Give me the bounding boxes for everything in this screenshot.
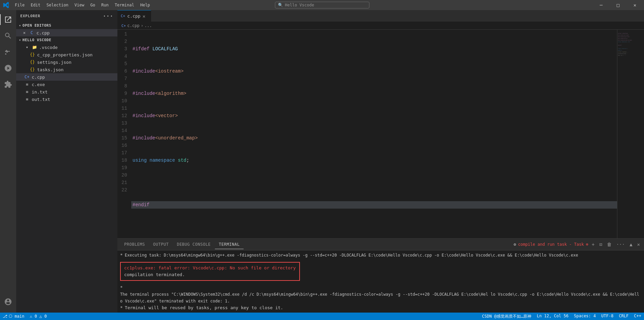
- breadcrumb-cpp-icon: C+: [121, 24, 126, 28]
- svg-text:#include<iostream>: #include<iostream>: [618, 34, 629, 36]
- menu-run[interactable]: Run: [99, 1, 111, 9]
- txt-icon-2: ≡: [24, 97, 30, 102]
- search-icon: [4, 32, 12, 40]
- txt-icon-1: ≡: [24, 89, 30, 95]
- activity-account[interactable]: [0, 294, 16, 310]
- menu-go[interactable]: Go: [88, 1, 98, 9]
- sidebar-item-cexe[interactable]: ≡ c.exe: [16, 81, 117, 88]
- tab-ccpp[interactable]: C+ c.cpp ✕: [117, 10, 151, 22]
- term-text-1: The terminal process "C:\WINDOWS\System3…: [120, 291, 641, 304]
- status-language[interactable]: C++: [631, 314, 644, 318]
- status-csdn[interactable]: CSDN @感觉画质不如…原神: [479, 314, 534, 319]
- tab-cpp-icon: C+: [121, 14, 125, 18]
- breadcrumb-more[interactable]: ...: [145, 23, 152, 28]
- activity-search[interactable]: [0, 28, 16, 44]
- hello-vscode-section: ▾ HELLO VSCODE ▾ 📁 .vscode {} c_cpp_prop…: [16, 36, 117, 103]
- panel-maximize-button[interactable]: ▲: [628, 241, 634, 248]
- status-encoding[interactable]: UTF-8: [598, 314, 616, 318]
- activity-extensions[interactable]: [0, 76, 16, 92]
- account-icon: [4, 298, 12, 306]
- git-branch-icon: ⎇: [3, 314, 7, 319]
- status-errors[interactable]: ⚠ 0 △ 0: [27, 313, 50, 320]
- status-spaces[interactable]: Spaces: 4: [571, 314, 598, 318]
- exec-bullet-icon: *: [120, 252, 123, 259]
- status-eol[interactable]: CRLF: [616, 314, 631, 318]
- sidebar-vscode-folder-name: .vscode: [39, 45, 58, 50]
- titlebar-center: 🔍 Hello Vscode: [275, 2, 369, 8]
- sidebar-item-ccpp[interactable]: C+ c.cpp: [16, 73, 117, 81]
- editor-body: 1 2 3 4 5 6 7 8 9 10 11 12 13 14 15 16 1: [117, 30, 644, 238]
- compile-task-icon: ⚙: [513, 242, 516, 247]
- close-icon[interactable]: ✕: [22, 30, 27, 35]
- status-line-col[interactable]: Ln 12, Col 56: [534, 314, 571, 318]
- status-bar: ⎇ ⎔ main ⚠ 0 △ 0 CSDN @感觉画质不如…原神 Ln 12, …: [0, 313, 644, 320]
- code-line-2: #include<iostream>: [131, 68, 617, 75]
- menu-selection[interactable]: Selection: [44, 1, 71, 9]
- code-line-6: using namespace std;: [131, 157, 617, 164]
- activity-explorer[interactable]: [0, 11, 16, 28]
- ccpp-filename: c.cpp: [32, 75, 45, 80]
- tab-output[interactable]: OUTPUT: [149, 240, 173, 249]
- panel-add-button[interactable]: +: [590, 241, 596, 248]
- maximize-button[interactable]: □: [610, 0, 626, 10]
- settings-filename: settings.json: [37, 60, 72, 65]
- code-editor[interactable]: 1 2 3 4 5 6 7 8 9 10 11 12 13 14 15 16 1: [117, 30, 617, 238]
- panel-more-button[interactable]: ···: [615, 241, 626, 248]
- panel-close-button[interactable]: ✕: [636, 241, 641, 248]
- terminal-term-line1: * The terminal process "C:\WINDOWS\Syste…: [120, 284, 641, 304]
- error-box: cc1plus.exe: fatal error: Vscode\c.cpp: …: [120, 262, 300, 281]
- error-text: cc1plus.exe: fatal error: Vscode\c.cpp: …: [124, 265, 296, 277]
- code-content[interactable]: #ifdef LOCALFLAG #include<iostream> #inc…: [131, 30, 617, 238]
- minimap: #ifdef LOCALFLAG #include<iostream> #inc…: [617, 30, 644, 238]
- tab-problems[interactable]: PROBLEMS: [120, 240, 149, 249]
- hello-vscode-header[interactable]: ▾ HELLO VSCODE: [16, 36, 117, 44]
- status-branch[interactable]: ⎇ ⎔ main: [0, 313, 27, 320]
- activity-source-control[interactable]: [0, 44, 16, 60]
- sidebar-item-tasks[interactable]: {} tasks.json: [16, 66, 117, 73]
- code-line-8: #endif: [131, 201, 617, 209]
- sidebar-item-outtxt[interactable]: ≡ out.txt: [16, 96, 117, 103]
- code-line-9: [131, 223, 617, 231]
- menu-terminal[interactable]: Terminal: [112, 1, 137, 9]
- open-editors-header[interactable]: ▾ OPEN EDITORS: [16, 22, 117, 29]
- panel-trash-button[interactable]: 🗑: [606, 241, 613, 248]
- svg-text:using namespace std;: using namespace std;: [618, 41, 630, 43]
- task-error-badge: ⊗: [586, 242, 588, 247]
- tab-bar: C+ c.cpp ✕: [117, 10, 644, 22]
- open-editor-ccpp[interactable]: ✕ C c.cpp: [16, 29, 117, 36]
- search-box[interactable]: 🔍 Hello Vscode: [275, 2, 369, 8]
- menu-view[interactable]: View: [72, 1, 87, 9]
- open-editor-filename: c.cpp: [36, 30, 50, 35]
- panel-split-button[interactable]: ⊡: [598, 241, 603, 248]
- status-bar-right: CSDN @感觉画质不如…原神 Ln 12, Col 56 Spaces: 4 …: [479, 314, 644, 319]
- activity-debug[interactable]: [0, 60, 16, 76]
- vscode-logo-icon: [3, 2, 9, 8]
- open-editors-chevron-icon: ▾: [19, 24, 21, 27]
- tab-debug-console[interactable]: DEBUG CONSOLE: [173, 240, 215, 249]
- code-line-7: [131, 179, 617, 186]
- task-name-label: compile and run task - Task: [518, 242, 584, 247]
- sidebar-more-icon[interactable]: ···: [103, 13, 113, 19]
- minimize-button[interactable]: ─: [593, 0, 609, 10]
- close-button[interactable]: ✕: [627, 0, 643, 10]
- titlebar-right: ─ □ ✕: [593, 0, 644, 10]
- json-icon-2: {}: [30, 59, 35, 65]
- svg-text:#ifdef LOCALFLAG: #ifdef LOCALFLAG: [618, 33, 628, 34]
- sidebar-item-intxt[interactable]: ≡ in.txt: [16, 88, 117, 96]
- tab-close-icon[interactable]: ✕: [142, 14, 145, 19]
- menu-file[interactable]: File: [12, 1, 27, 9]
- terminal-term-line2: * Terminal will be reused by tasks, pres…: [120, 304, 641, 311]
- sidebar-item-settings[interactable]: {} settings.json: [16, 58, 117, 66]
- hello-vscode-label: HELLO VSCODE: [23, 38, 51, 42]
- sidebar-item-cpp-properties[interactable]: {} c_cpp_properties.json: [16, 51, 117, 58]
- menu-edit[interactable]: Edit: [28, 1, 43, 9]
- tab-terminal[interactable]: TERMINAL: [215, 240, 244, 249]
- intxt-filename: in.txt: [32, 89, 48, 95]
- menu-help[interactable]: Help: [138, 1, 153, 9]
- terminal-panel: PROBLEMS OUTPUT DEBUG CONSOLE TERMINAL ⚙…: [117, 238, 644, 313]
- cpp-file-icon: C: [29, 30, 34, 35]
- term-bullet-1-icon: *: [120, 284, 123, 291]
- breadcrumb-file[interactable]: c.cpp: [127, 23, 139, 28]
- sidebar-item-vscode-folder[interactable]: ▾ 📁 .vscode: [16, 44, 117, 51]
- terminal-content[interactable]: * Executing task: D:\msys64\mingw64\bin\…: [117, 250, 644, 313]
